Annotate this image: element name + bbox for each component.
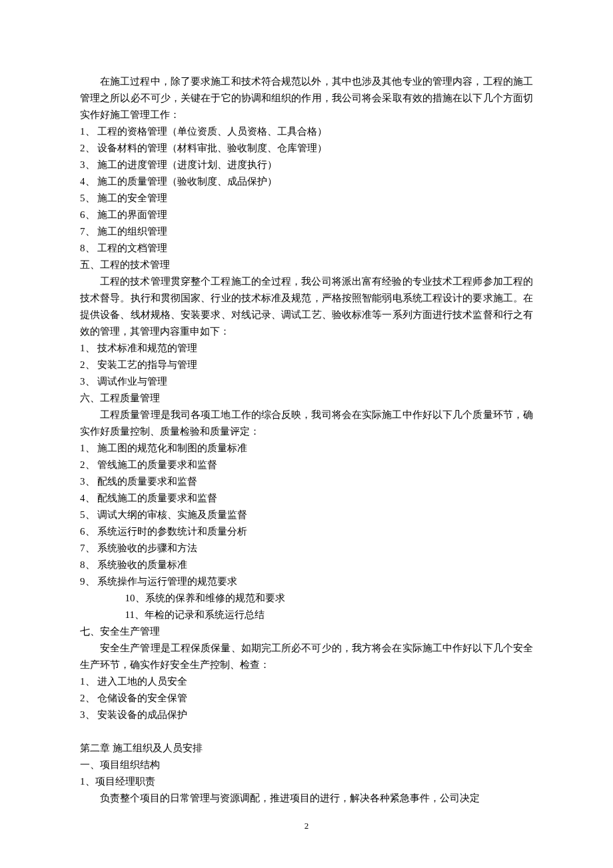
list-item: 3、 施工的进度管理（进度计划、进度执行） (80, 157, 533, 173)
list-item: 6、 施工的界面管理 (80, 207, 533, 223)
section-5-heading: 五、工程的技术管理 (80, 257, 533, 273)
document-page: 在施工过程中，除了要求施工和技术符合规范以外，其中也涉及其他专业的管理内容，工程… (0, 0, 613, 868)
sub-list-item: 10、系统的保养和维修的规范和要求 (80, 590, 533, 607)
list-item: 6、 系统运行时的参数统计和质量分析 (80, 523, 533, 540)
page-number: 2 (0, 821, 613, 831)
list-item: 5、 调试大纲的审核、实施及质量监督 (80, 507, 533, 523)
list-item: 4、 施工的质量管理（验收制度、成品保护） (80, 173, 533, 190)
list-item: 3、 配线的质量要求和监督 (80, 473, 533, 490)
section-6-heading: 六、工程质量管理 (80, 390, 533, 407)
chapter-2-sub-1: 一、项目组织结构 (80, 757, 533, 773)
list-item: 1、 工程的资格管理（单位资质、人员资格、工具合格） (80, 123, 533, 140)
list-item: 1、 进入工地的人员安全 (80, 673, 533, 690)
list-item: 5、 施工的安全管理 (80, 190, 533, 207)
chapter-2-heading: 第二章 施工组织及人员安排 (80, 740, 533, 757)
list-item: 8、 工程的文档管理 (80, 240, 533, 257)
list-item: 4、 配线施工的质量要求和监督 (80, 490, 533, 507)
chapter-2-paragraph: 负责整个项目的日常管理与资源调配，推进项目的进行，解决各种紧急事件，公司决定 (80, 790, 533, 807)
list-item: 1、 施工图的规范化和制图的质量标准 (80, 440, 533, 457)
section-5-paragraph: 工程的技术管理贯穿整个工程施工的全过程，我公司将派出富有经验的专业技术工程师参加… (80, 273, 533, 340)
list-item: 3、 安装设备的成品保护 (80, 707, 533, 723)
list-item: 7、 系统验收的步骤和方法 (80, 540, 533, 557)
intro-paragraph: 在施工过程中，除了要求施工和技术符合规范以外，其中也涉及其他专业的管理内容，工程… (80, 73, 533, 123)
list-item: 2、 设备材料的管理（材料审批、验收制度、仓库管理） (80, 140, 533, 157)
list-item: 9、 系统操作与运行管理的规范要求 (80, 573, 533, 590)
section-7-heading: 七、安全生产管理 (80, 623, 533, 640)
section-6-paragraph: 工程质量管理是我司各项工地工作的综合反映，我司将会在实际施工中作好以下几个质量环… (80, 407, 533, 440)
list-item: 1、 技术标准和规范的管理 (80, 340, 533, 357)
chapter-2-sub-2: 1、项目经理职责 (80, 773, 533, 790)
section-7-paragraph: 安全生产管理是工程保质保量、如期完工所必不可少的，我方将会在实际施工中作好以下几… (80, 640, 533, 673)
list-item: 8、 系统验收的质量标准 (80, 557, 533, 573)
list-item: 7、 施工的组织管理 (80, 223, 533, 240)
list-item: 2、 仓储设备的安全保管 (80, 690, 533, 707)
sub-list-item: 11、年检的记录和系统运行总结 (80, 607, 533, 623)
list-item: 2、 安装工艺的指导与管理 (80, 357, 533, 373)
list-item: 2、 管线施工的质量要求和监督 (80, 457, 533, 473)
list-item: 3、 调试作业与管理 (80, 373, 533, 390)
